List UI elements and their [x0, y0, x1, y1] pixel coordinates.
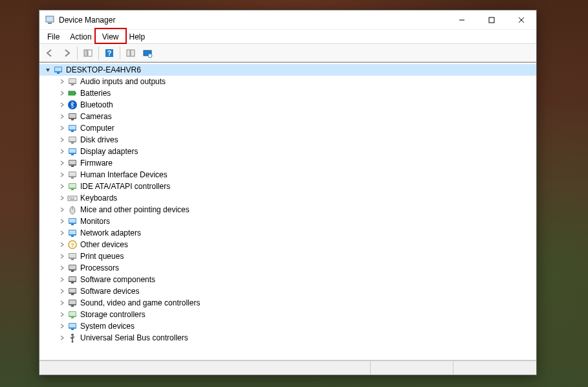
- statusbar: [39, 360, 536, 375]
- processor-icon: [67, 263, 78, 273]
- chevron-right-icon[interactable]: [58, 252, 67, 261]
- svg-rect-19: [71, 84, 74, 85]
- tree-node[interactable]: Print queues: [39, 250, 536, 262]
- tree-node-label: Bluetooth: [80, 100, 113, 109]
- menu-action[interactable]: Action: [65, 30, 96, 43]
- svg-text:?: ?: [71, 242, 74, 249]
- tree-node[interactable]: System devices: [39, 320, 536, 332]
- tree-node[interactable]: Cameras: [39, 111, 536, 122]
- chevron-right-icon[interactable]: [58, 322, 67, 331]
- chevron-right-icon[interactable]: [58, 194, 67, 203]
- tree-node[interactable]: Storage controllers: [39, 309, 536, 320]
- status-cell: [39, 361, 371, 375]
- svg-rect-20: [69, 91, 75, 95]
- menu-help[interactable]: Help: [124, 30, 151, 43]
- svg-rect-45: [69, 197, 71, 199]
- maximize-button[interactable]: [477, 10, 506, 30]
- chevron-right-icon[interactable]: [58, 333, 67, 342]
- tree-node-label: Monitors: [80, 217, 110, 226]
- show-hide-console-tree-button[interactable]: [80, 46, 96, 60]
- chevron-right-icon[interactable]: [58, 147, 67, 156]
- battery-icon: [67, 88, 78, 98]
- menu-file[interactable]: File: [42, 30, 65, 43]
- chevron-right-icon[interactable]: [58, 182, 67, 191]
- svg-rect-27: [69, 126, 76, 129]
- back-button[interactable]: [42, 46, 58, 60]
- tree-node-label: DESKTOP-EA4HVR6: [66, 65, 141, 74]
- tree-node-label: Disk drives: [80, 135, 118, 144]
- chevron-right-icon[interactable]: [58, 228, 67, 238]
- tree-node[interactable]: Firmware: [39, 157, 536, 169]
- tree-node[interactable]: Human Interface Devices: [39, 169, 536, 181]
- help-button[interactable]: ?: [102, 46, 117, 60]
- computer-monitor-icon: [67, 123, 78, 133]
- tree-node[interactable]: Universal Serial Bus controllers: [39, 332, 536, 344]
- tree-node[interactable]: IDE ATA/ATAPI controllers: [39, 181, 536, 192]
- tree-node[interactable]: Batteries: [39, 87, 536, 99]
- svg-rect-28: [71, 131, 74, 132]
- tree-node[interactable]: Processors: [39, 262, 536, 274]
- chevron-right-icon[interactable]: [58, 170, 67, 179]
- bluetooth-icon: [67, 100, 78, 110]
- chevron-right-icon[interactable]: [58, 124, 67, 133]
- svg-rect-15: [55, 67, 61, 71]
- svg-rect-60: [69, 254, 76, 258]
- minimize-button[interactable]: [447, 10, 477, 30]
- tree-node[interactable]: Software devices: [39, 285, 536, 297]
- monitor-icon: [67, 216, 78, 227]
- chevron-right-icon[interactable]: [58, 298, 67, 307]
- svg-rect-78: [69, 324, 76, 327]
- tree-node-label: Software components: [80, 275, 155, 284]
- close-button[interactable]: [506, 10, 536, 30]
- properties-button[interactable]: [123, 46, 138, 60]
- tree-node[interactable]: Bluetooth: [39, 99, 536, 111]
- svg-rect-39: [69, 172, 76, 176]
- device-tree[interactable]: DESKTOP-EA4HVR6Audio inputs and outputsB…: [39, 62, 536, 360]
- chevron-right-icon[interactable]: [58, 205, 67, 214]
- tree-node[interactable]: Disk drives: [39, 134, 536, 146]
- chevron-right-icon[interactable]: [58, 112, 67, 121]
- chevron-right-icon[interactable]: [58, 275, 67, 284]
- titlebar[interactable]: Device Manager: [39, 10, 536, 30]
- chevron-right-icon[interactable]: [58, 310, 67, 319]
- chevron-right-icon[interactable]: [58, 263, 67, 272]
- chevron-right-icon[interactable]: [58, 135, 67, 144]
- svg-rect-40: [71, 177, 74, 179]
- chevron-down-icon[interactable]: [43, 65, 52, 74]
- tree-node-label: Processors: [80, 263, 119, 272]
- tree-node[interactable]: Sound, video and game controllers: [39, 297, 536, 309]
- tree-node[interactable]: Keyboards: [39, 192, 536, 204]
- tree-root-node[interactable]: DESKTOP-EA4HVR6: [39, 64, 536, 76]
- chevron-right-icon[interactable]: [58, 89, 67, 98]
- chevron-right-icon[interactable]: [58, 100, 67, 109]
- network-icon: [67, 228, 78, 238]
- tree-node-label: Batteries: [80, 89, 111, 98]
- chevron-right-icon[interactable]: [58, 287, 67, 296]
- tree-node[interactable]: Display adapters: [39, 146, 536, 157]
- tree-node[interactable]: ?Other devices: [39, 239, 536, 250]
- chevron-right-icon[interactable]: [58, 240, 67, 249]
- tree-node-label: Display adapters: [80, 147, 138, 156]
- chevron-right-icon[interactable]: [58, 159, 67, 168]
- forward-button[interactable]: [59, 46, 74, 60]
- chevron-right-icon[interactable]: [58, 77, 67, 86]
- svg-rect-73: [71, 305, 74, 307]
- tree-node[interactable]: Monitors: [39, 216, 536, 227]
- menu-view[interactable]: View: [97, 30, 124, 43]
- scan-hardware-button[interactable]: [140, 46, 155, 60]
- svg-rect-24: [69, 114, 76, 118]
- tree-node[interactable]: Network adapters: [39, 227, 536, 239]
- tree-node-label: IDE ATA/ATAPI controllers: [80, 182, 170, 191]
- tree-node[interactable]: Computer: [39, 122, 536, 134]
- toolbar-separator: [120, 47, 120, 60]
- svg-rect-66: [69, 277, 76, 281]
- software-dev-icon: [67, 286, 78, 296]
- svg-rect-55: [69, 230, 76, 234]
- svg-rect-0: [46, 16, 54, 22]
- tree-node[interactable]: Software components: [39, 274, 536, 285]
- svg-rect-56: [71, 236, 74, 237]
- chevron-right-icon[interactable]: [58, 217, 67, 226]
- svg-rect-7: [88, 50, 92, 56]
- tree-node[interactable]: Audio inputs and outputs: [39, 76, 536, 87]
- tree-node[interactable]: Mice and other pointing devices: [39, 204, 536, 216]
